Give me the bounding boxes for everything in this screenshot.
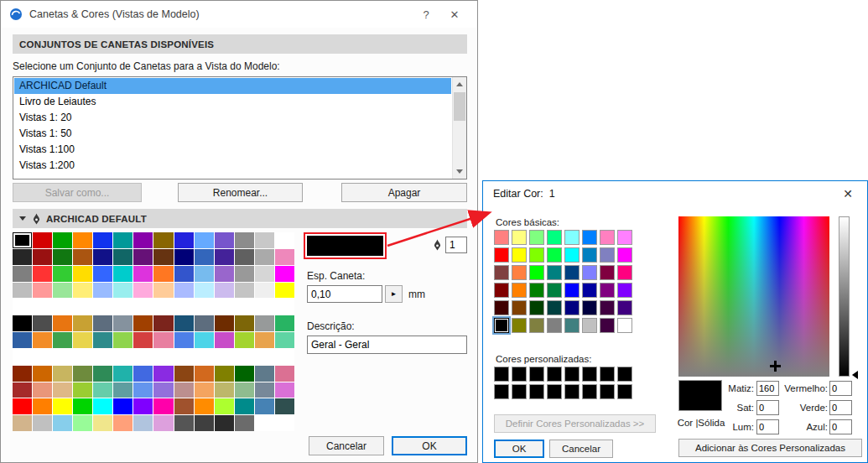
basic-color-swatch[interactable] xyxy=(582,247,597,263)
pen-color-swatch[interactable] xyxy=(53,232,72,248)
scroll-down-icon[interactable] xyxy=(453,164,466,179)
color-field-crosshair[interactable] xyxy=(770,361,781,372)
basic-color-swatch[interactable] xyxy=(512,300,527,315)
pen-color-swatch[interactable] xyxy=(235,398,254,414)
pen-color-swatch[interactable] xyxy=(275,332,294,348)
pen-color-swatch[interactable] xyxy=(255,398,274,414)
pen-color-swatch[interactable] xyxy=(153,398,173,414)
pen-color-swatch[interactable] xyxy=(174,366,194,382)
pen-color-swatch[interactable] xyxy=(13,283,32,299)
pen-color-swatch[interactable] xyxy=(215,315,234,331)
pen-color-swatch[interactable] xyxy=(53,382,72,398)
pen-color-swatch[interactable] xyxy=(133,299,153,315)
pen-color-swatch[interactable] xyxy=(113,249,133,265)
basic-color-swatch[interactable] xyxy=(600,283,615,298)
sat-input[interactable] xyxy=(756,400,779,415)
custom-color-swatch[interactable] xyxy=(494,367,509,382)
basic-color-swatch[interactable] xyxy=(547,300,562,315)
list-scrollbar[interactable] xyxy=(452,77,466,179)
pen-color-swatch[interactable] xyxy=(53,366,72,382)
pen-color-swatch[interactable] xyxy=(215,299,234,315)
pen-set-item[interactable]: Vistas 1:200 xyxy=(14,158,451,174)
pen-color-swatch[interactable] xyxy=(195,283,214,299)
pen-color-swatch[interactable] xyxy=(174,349,194,365)
custom-color-swatch[interactable] xyxy=(617,367,632,382)
basic-color-swatch[interactable] xyxy=(564,283,580,298)
pen-color-swatch[interactable] xyxy=(235,382,254,398)
hue-input[interactable] xyxy=(756,381,779,396)
basic-color-swatch[interactable] xyxy=(512,230,527,245)
basic-color-swatch[interactable] xyxy=(617,283,632,298)
collapse-chevron-icon[interactable] xyxy=(19,216,26,221)
pen-color-swatch[interactable] xyxy=(153,349,173,365)
basic-color-swatch[interactable] xyxy=(512,283,527,298)
pen-color-swatch[interactable] xyxy=(235,415,254,431)
basic-color-swatch[interactable] xyxy=(564,318,580,333)
pen-color-swatch[interactable] xyxy=(235,232,254,248)
pen-color-swatch[interactable] xyxy=(215,232,234,248)
pen-color-swatch[interactable] xyxy=(235,315,254,331)
pen-color-swatch[interactable] xyxy=(93,332,112,348)
pen-color-swatch[interactable] xyxy=(33,249,52,265)
pen-color-swatch[interactable] xyxy=(133,249,153,265)
pen-color-swatch[interactable] xyxy=(53,315,72,331)
basic-color-swatch[interactable] xyxy=(600,318,615,333)
pen-color-swatch[interactable] xyxy=(174,315,194,331)
pen-color-swatch[interactable] xyxy=(73,315,92,331)
pen-color-swatch[interactable] xyxy=(195,266,214,282)
basic-color-swatch[interactable] xyxy=(512,247,527,263)
pen-color-swatch[interactable] xyxy=(13,232,32,248)
pen-color-swatch[interactable] xyxy=(53,349,72,365)
basic-color-swatch[interactable] xyxy=(529,230,544,245)
rename-button[interactable]: Renomear... xyxy=(178,183,303,202)
basic-color-swatch[interactable] xyxy=(617,318,632,333)
basic-color-swatch[interactable] xyxy=(547,247,562,263)
pen-color-swatch[interactable] xyxy=(153,315,173,331)
custom-color-swatch[interactable] xyxy=(547,367,562,382)
pen-color-swatch[interactable] xyxy=(93,349,112,365)
define-custom-colors-button[interactable]: Definir Cores Personalizadas >> xyxy=(494,414,656,433)
pen-color-swatch[interactable] xyxy=(73,382,92,398)
pen-color-swatch[interactable] xyxy=(93,398,112,414)
pen-color-swatch[interactable] xyxy=(113,299,133,315)
pen-color-swatch[interactable] xyxy=(133,349,153,365)
pen-color-swatch[interactable] xyxy=(275,249,294,265)
pen-color-swatch[interactable] xyxy=(13,249,32,265)
custom-color-swatch[interactable] xyxy=(582,384,597,399)
pen-set-item[interactable]: ARCHICAD Default xyxy=(14,78,451,94)
pen-color-swatch[interactable] xyxy=(195,299,214,315)
pen-color-swatch[interactable] xyxy=(33,349,52,365)
custom-color-swatch[interactable] xyxy=(512,367,527,382)
pen-color-swatch[interactable] xyxy=(73,299,92,315)
save-as-button[interactable]: Salvar como... xyxy=(13,183,142,202)
color-ok-button[interactable]: OK xyxy=(494,440,544,458)
blue-input[interactable] xyxy=(829,419,852,434)
pen-color-swatch[interactable] xyxy=(133,232,153,248)
pen-color-swatch[interactable] xyxy=(215,415,234,431)
luminance-slider[interactable] xyxy=(839,216,850,377)
pen-color-swatch[interactable] xyxy=(255,283,274,299)
pen-color-swatch[interactable] xyxy=(275,398,294,414)
pen-color-swatch[interactable] xyxy=(93,366,112,382)
pen-color-swatch[interactable] xyxy=(195,398,214,414)
custom-color-swatch[interactable] xyxy=(564,367,580,382)
pen-color-swatch[interactable] xyxy=(235,332,254,348)
edit-color-close-button[interactable]: ✕ xyxy=(839,187,857,200)
pen-color-swatch[interactable] xyxy=(93,315,112,331)
pen-color-swatch[interactable] xyxy=(174,382,194,398)
basic-color-swatch[interactable] xyxy=(564,230,580,245)
pen-number-field[interactable] xyxy=(445,237,467,253)
scroll-up-icon[interactable] xyxy=(453,77,466,91)
pen-color-swatch[interactable] xyxy=(153,232,173,248)
pen-color-swatch[interactable] xyxy=(235,299,254,315)
pen-color-swatch[interactable] xyxy=(33,315,52,331)
pen-color-swatch[interactable] xyxy=(215,382,234,398)
pen-color-swatch[interactable] xyxy=(33,299,52,315)
pen-color-swatch[interactable] xyxy=(13,382,32,398)
scrollbar-thumb[interactable] xyxy=(454,92,465,121)
luminance-slider-arrow[interactable] xyxy=(852,371,858,379)
pen-color-swatch[interactable] xyxy=(133,266,153,282)
basic-color-swatch[interactable] xyxy=(600,247,615,263)
pen-color-swatch[interactable] xyxy=(33,398,52,414)
pen-color-swatch[interactable] xyxy=(33,266,52,282)
